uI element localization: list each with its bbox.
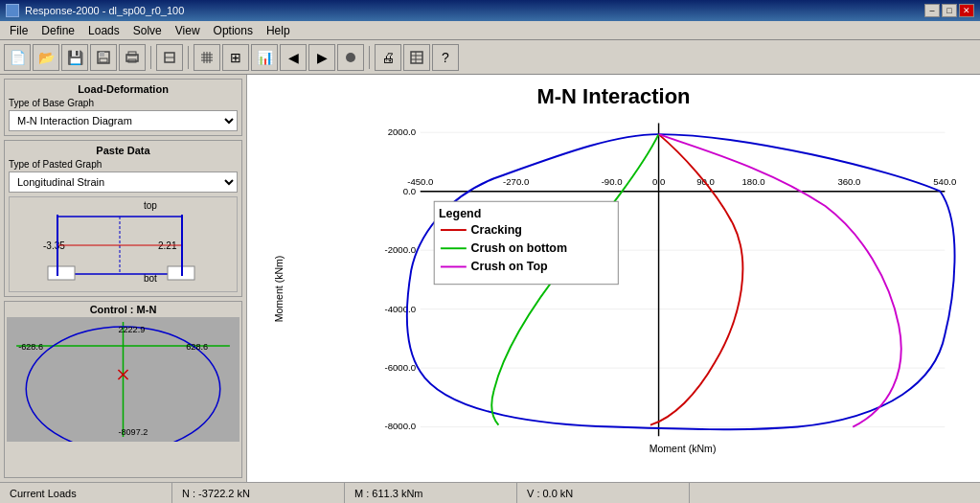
maximize-button[interactable]: □	[942, 4, 957, 17]
pasted-graph-label: Type of Pasted Graph	[9, 159, 238, 170]
separator-3	[369, 46, 370, 69]
v-value-section: V : 0.0 kN	[517, 483, 690, 503]
svg-text:2222.9: 2222.9	[118, 325, 145, 334]
svg-text:360.0: 360.0	[837, 176, 860, 187]
svg-text:Legend: Legend	[439, 207, 481, 220]
paste-data-title: Paste Data	[9, 145, 238, 156]
menu-bar: File Define Loads Solve View Options Hel…	[0, 21, 980, 40]
toolbar: 📄 📂 💾 ⊞ 📊 ◀ ▶ 🖨 ?	[0, 40, 980, 75]
control-title: Control : M-N	[7, 304, 239, 315]
paste-data-panel: Paste Data Type of Pasted Graph Longitud…	[4, 140, 242, 297]
svg-text:-6000.0: -6000.0	[384, 362, 416, 373]
n-value-section: N : -3722.2 kN	[172, 483, 345, 503]
define-section-button[interactable]	[156, 44, 183, 71]
save-button[interactable]: 💾	[61, 44, 88, 71]
menu-help[interactable]: Help	[261, 23, 296, 38]
separator-1	[150, 46, 151, 69]
svg-text:628.6: 628.6	[186, 342, 208, 352]
svg-text:180.0: 180.0	[741, 176, 764, 187]
minimize-button[interactable]: –	[924, 4, 940, 17]
status-bar: Current Loads N : -3722.2 kN M : 611.3 k…	[0, 482, 980, 503]
m-value: M : 611.3 kNm	[354, 488, 423, 499]
svg-text:Crush on bottom: Crush on bottom	[471, 241, 567, 255]
print2-button[interactable]: 🖨	[375, 44, 401, 71]
title-bar: Response-2000 - dl_sp00_r0_100 – □ ✕	[0, 0, 980, 21]
menu-define[interactable]: Define	[35, 23, 80, 38]
svg-text:-90.0: -90.0	[602, 176, 623, 187]
menu-file[interactable]: File	[4, 23, 34, 38]
svg-text:top: top	[144, 200, 157, 211]
m-value-section: M : 611.3 kNm	[345, 483, 517, 503]
svg-rect-2	[100, 58, 107, 62]
separator-2	[188, 46, 189, 69]
svg-text:-270.0: -270.0	[503, 176, 529, 187]
svg-rect-40	[264, 114, 964, 464]
record-button[interactable]	[337, 44, 364, 71]
left-panel: Load-Deformation Type of Base Graph M-N …	[0, 75, 247, 482]
svg-rect-15	[411, 52, 422, 63]
grid-button[interactable]	[194, 44, 220, 71]
close-button[interactable]: ✕	[959, 4, 974, 17]
current-loads-label: Current Loads	[10, 488, 77, 499]
svg-text:540.0: 540.0	[933, 176, 956, 187]
svg-text:Crush on Top: Crush on Top	[471, 260, 548, 273]
print-button[interactable]	[119, 44, 146, 71]
chart-area: M-N Interaction	[247, 75, 980, 482]
strain-diagram: top bot -3.35 2.21	[10, 197, 230, 293]
control-panel: Control : M-N 2222.9 -8097.2 -628.6 628.…	[4, 301, 242, 478]
chart-svg: -450.0 -270.0 -90.0 0.0 90.0 180.0 360.0…	[257, 114, 970, 464]
svg-rect-1	[100, 52, 104, 57]
svg-text:-628.6: -628.6	[18, 342, 43, 352]
mini-chart: 2222.9 -8097.2 -628.6 628.6	[7, 317, 239, 442]
window-title: Response-2000 - dl_sp00_r0_100	[25, 5, 184, 16]
table-button[interactable]	[403, 44, 430, 71]
menu-options[interactable]: Options	[208, 23, 259, 38]
pasted-graph-select[interactable]: Longitudinal Strain Transverse Strain Cu…	[9, 171, 238, 193]
n-value: N : -3722.2 kN	[182, 488, 250, 499]
new-button[interactable]: 📄	[4, 44, 31, 71]
current-loads-section: Current Loads	[0, 483, 172, 503]
save-as-button[interactable]	[90, 44, 117, 71]
chart-button[interactable]: 📊	[251, 44, 278, 71]
base-graph-select[interactable]: M-N Interaction Diagram Load-Deformation…	[9, 110, 238, 131]
svg-text:-8000.0: -8000.0	[384, 421, 416, 431]
svg-rect-26	[48, 266, 75, 280]
main-content: Load-Deformation Type of Base Graph M-N …	[0, 75, 980, 482]
v-value: V : 0.0 kN	[527, 488, 573, 499]
app-icon	[6, 4, 19, 17]
svg-text:Cracking: Cracking	[471, 223, 522, 237]
svg-text:-2000.0: -2000.0	[384, 244, 416, 255]
svg-text:-4000.0: -4000.0	[384, 304, 416, 314]
load-deformation-title: Load-Deformation	[9, 83, 238, 95]
svg-text:-8097.2: -8097.2	[118, 427, 148, 437]
menu-solve[interactable]: Solve	[127, 23, 168, 38]
svg-text:Moment (kNm): Moment (kNm)	[650, 443, 717, 454]
svg-text:0.0: 0.0	[652, 176, 665, 187]
menu-loads[interactable]: Loads	[82, 23, 125, 38]
svg-point-14	[346, 53, 355, 62]
elements-button[interactable]: ⊞	[222, 44, 249, 71]
svg-text:0.0: 0.0	[403, 186, 416, 196]
svg-text:2000.0: 2000.0	[388, 126, 416, 137]
title-controls: – □ ✕	[924, 4, 974, 17]
base-graph-label: Type of Base Graph	[9, 98, 238, 108]
arrow-right-button[interactable]: ▶	[308, 44, 335, 71]
arrow-left-button[interactable]: ◀	[280, 44, 307, 71]
chart-title: M-N Interaction	[257, 84, 970, 109]
help-button[interactable]: ?	[432, 44, 459, 71]
open-button[interactable]: 📂	[33, 44, 59, 71]
menu-view[interactable]: View	[170, 23, 206, 38]
svg-text:Moment (kNm): Moment (kNm)	[273, 256, 285, 323]
load-deformation-panel: Load-Deformation Type of Base Graph M-N …	[4, 79, 242, 136]
